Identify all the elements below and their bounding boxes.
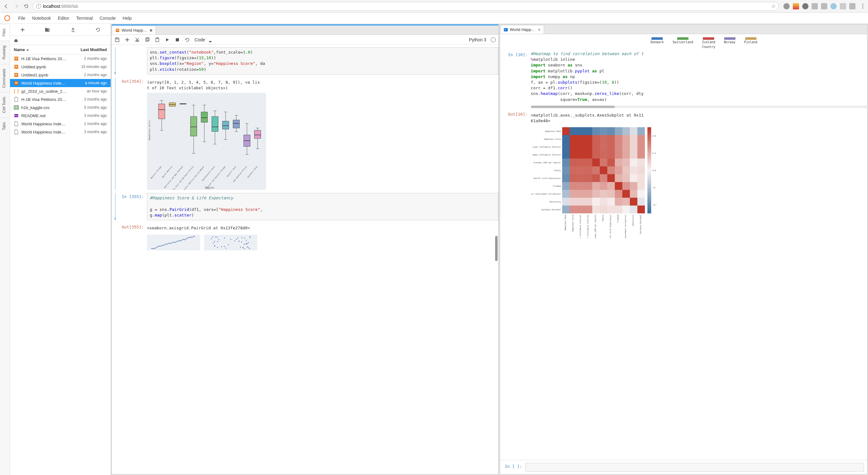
- file-name: Untitled.ipynb: [21, 65, 79, 69]
- close-icon[interactable]: ×: [538, 27, 540, 32]
- menu-terminal[interactable]: Terminal: [76, 16, 93, 21]
- refresh-button[interactable]: [95, 27, 101, 33]
- new-folder-button[interactable]: [44, 27, 51, 33]
- svg-rect-198: [577, 143, 585, 151]
- copy-button[interactable]: [145, 37, 150, 42]
- file-row[interactable]: gz_2010_us_outline_2…an hour ago: [10, 87, 111, 95]
- save-button[interactable]: [114, 37, 120, 42]
- svg-point-135: [217, 237, 218, 238]
- sidetab-running[interactable]: Running: [0, 41, 10, 64]
- ext-icon[interactable]: [840, 3, 846, 9]
- sidetab-files[interactable]: Files: [0, 24, 10, 41]
- kernel-name[interactable]: Python 3: [469, 37, 486, 42]
- file-row[interactable]: World Happiness Inde…3 months ago: [10, 128, 111, 136]
- svg-rect-280: [615, 198, 622, 205]
- menu-editor[interactable]: Editor: [58, 16, 69, 21]
- svg-point-123: [184, 240, 185, 240]
- svg-rect-21: [116, 38, 118, 39]
- file-row[interactable]: Untitled.ipynb15 minutes ago: [10, 63, 111, 71]
- file-modified: 3 months ago: [84, 130, 107, 134]
- svg-rect-288: [592, 205, 600, 213]
- svg-text:Happiness Score: Happiness Score: [544, 138, 561, 140]
- svg-rect-290: [607, 205, 615, 213]
- cell-prompt: [119, 47, 147, 74]
- svg-point-114: [174, 242, 175, 243]
- ext-icon[interactable]: [830, 3, 837, 9]
- sidetab-tabs[interactable]: Tabs: [0, 118, 10, 134]
- ext-icon[interactable]: [821, 3, 827, 9]
- svg-rect-223: [600, 159, 607, 166]
- paste-button[interactable]: [154, 37, 160, 42]
- filebrowser-header[interactable]: Name Last Modified: [10, 45, 111, 55]
- forward-button[interactable]: [12, 2, 20, 10]
- file-modified: 3 months ago: [84, 97, 107, 101]
- file-row[interactable]: h1b_kaggle.csv5 months ago: [10, 103, 111, 112]
- svg-rect-34: [159, 104, 165, 119]
- svg-rect-196: [562, 143, 570, 151]
- file-row[interactable]: README.md3 months ago: [10, 112, 111, 120]
- new-launcher-button[interactable]: [20, 27, 26, 33]
- file-icon: [14, 105, 19, 110]
- svg-text:Generosity: Generosity: [632, 215, 634, 226]
- svg-text:Lower Confidence Interval: Lower Confidence Interval: [533, 146, 561, 148]
- svg-rect-250: [638, 174, 645, 182]
- code-input[interactable]: sns.set_context("notebook",font_scale=1.…: [147, 47, 498, 74]
- file-row[interactable]: World Happiness Inde…2 months ago: [10, 120, 111, 128]
- ext-icon[interactable]: [812, 3, 818, 9]
- code-input[interactable]: #Happiness Score & Life Expectancy g = s…: [147, 193, 498, 220]
- svg-rect-178: [592, 127, 600, 135]
- svg-point-171: [224, 246, 225, 247]
- file-row[interactable]: H-1B Visa Petitions 20…3 months ago: [10, 95, 111, 103]
- scatter-subplot: [147, 235, 200, 250]
- sidetab-cell-tools[interactable]: Cell Tools: [0, 92, 10, 118]
- sidetab-commands[interactable]: Commands: [0, 64, 10, 92]
- url-bar[interactable]: i localhost:8888/lab ☆: [33, 2, 779, 11]
- svg-rect-3: [45, 28, 47, 29]
- svg-point-151: [211, 238, 212, 239]
- menu-file[interactable]: File: [18, 16, 25, 21]
- back-button[interactable]: [2, 2, 10, 10]
- scrollbar-thumb[interactable]: [495, 236, 498, 261]
- file-row[interactable]: H-1B Visa Petitions 20…2 months ago: [10, 55, 111, 63]
- chrome-menu-icon[interactable]: [860, 4, 866, 8]
- ext-icon[interactable]: [802, 3, 808, 9]
- ext-icon[interactable]: [793, 3, 799, 9]
- svg-point-167: [241, 237, 242, 238]
- cell-type-select[interactable]: Code: [195, 37, 213, 42]
- horizontal-scrollbar[interactable]: [531, 105, 867, 108]
- restart-button[interactable]: [185, 37, 190, 42]
- interrupt-button[interactable]: [175, 37, 180, 42]
- insert-cell-button[interactable]: [124, 37, 130, 42]
- ext-icon[interactable]: [783, 3, 790, 9]
- tab-world-happiness-console[interactable]: World Happines ×: [500, 25, 544, 34]
- svg-rect-282: [630, 198, 638, 205]
- svg-rect-188: [585, 135, 592, 143]
- run-button[interactable]: [164, 37, 170, 42]
- svg-rect-192: [615, 135, 622, 143]
- file-row[interactable]: World Happiness Inde…a minute ago: [10, 79, 111, 87]
- menu-console[interactable]: Console: [100, 16, 116, 21]
- reload-button[interactable]: [23, 2, 30, 10]
- menu-notebook[interactable]: Notebook: [32, 16, 51, 21]
- cut-button[interactable]: [134, 37, 140, 42]
- upload-button[interactable]: [70, 27, 76, 33]
- menu-help[interactable]: Help: [123, 16, 132, 21]
- svg-rect-241: [570, 174, 577, 182]
- svg-text:Happiness Rank: Happiness Rank: [545, 130, 561, 132]
- svg-rect-294: [638, 205, 645, 213]
- tab-title: World Happines: [122, 28, 148, 33]
- code-input: #Heatmap to find correlation between eac…: [531, 51, 867, 102]
- console-input[interactable]: [525, 463, 864, 472]
- file-icon: [14, 113, 19, 118]
- svg-rect-203: [615, 143, 622, 151]
- ext-icon[interactable]: [849, 3, 856, 9]
- tab-world-happiness-notebook[interactable]: World Happines: [112, 26, 156, 34]
- svg-rect-11: [15, 74, 18, 74]
- svg-rect-8: [15, 66, 18, 66]
- file-row[interactable]: Untitled1.ipynb2 months ago: [10, 71, 111, 79]
- bookmark-star-icon[interactable]: ☆: [771, 3, 776, 9]
- console-body[interactable]: DenmarkSwitzerlandIcelandCountryNorwayFi…: [500, 34, 867, 460]
- breadcrumb[interactable]: [10, 36, 111, 45]
- site-info-icon[interactable]: i: [36, 4, 41, 9]
- notebook-body-left[interactable]: ∧ sns.set_context("notebook",font_scale=…: [112, 45, 498, 474]
